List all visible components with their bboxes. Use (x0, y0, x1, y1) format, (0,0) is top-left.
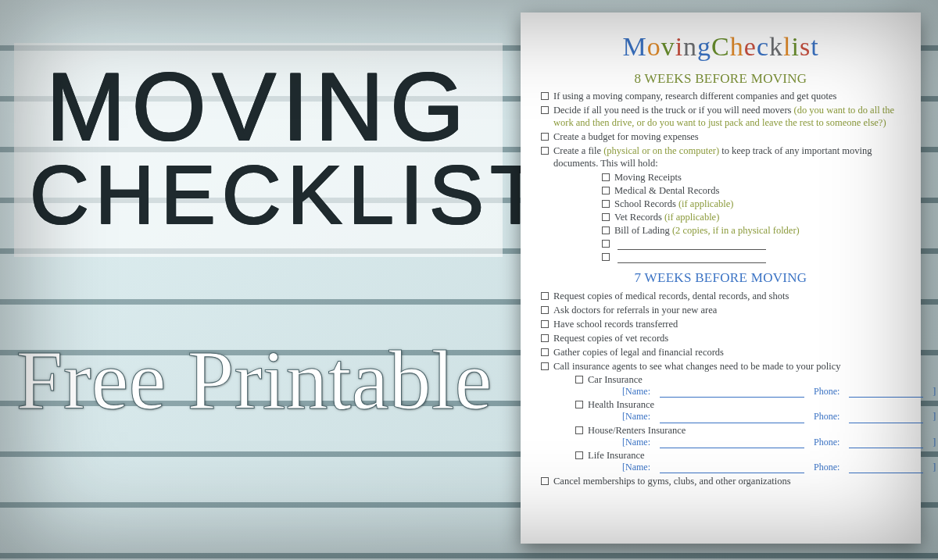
title-letter: n (683, 30, 697, 64)
title-letter: h (730, 30, 744, 64)
title-letter: e (744, 30, 757, 64)
list-item: Request copies of medical records, denta… (541, 290, 902, 302)
sublist: Moving Receipts Medical & Dental Records… (602, 171, 902, 263)
item-text: Decide if all you need is the truck or i… (553, 105, 794, 116)
item-text: Ask doctors for referrals in your new ar… (553, 305, 717, 316)
item-paren: (if applicable) (664, 212, 719, 223)
blank-write-in[interactable] (602, 251, 902, 263)
section-8weeks-list: If using a moving company, research diff… (541, 90, 902, 263)
item-text: Create a budget for moving expenses (553, 131, 699, 142)
close-bracket: ] (933, 437, 936, 448)
item-text: Health Insurance (588, 399, 654, 410)
title-line-1: MOVING (30, 57, 487, 157)
close-bracket: ] (933, 386, 936, 398)
phone-label: Phone: (814, 462, 840, 473)
list-item: Request copies of vet records (541, 332, 902, 344)
list-item: Life Insurance [Name: Phone:] (575, 449, 902, 473)
list-item: Create a budget for moving expenses (541, 130, 902, 143)
title-letter: k (769, 30, 783, 64)
title-letter: t (811, 30, 818, 64)
list-item: Moving Receipts (602, 171, 902, 184)
phone-label: Phone: (814, 437, 840, 448)
name-phone-row: [Name: Phone:] (622, 437, 902, 448)
close-bracket: ] (933, 411, 936, 423)
item-text: Request copies of medical records, denta… (553, 291, 789, 301)
list-item: If using a moving company, research diff… (541, 90, 902, 102)
item-paren: (physical or on the computer) (603, 145, 719, 156)
name-label: [Name: (622, 462, 650, 473)
list-item: Create a file (physical or on the comput… (541, 144, 902, 263)
list-item: Vet Records (if applicable) (602, 211, 902, 223)
list-item: Cancel memberships to gyms, clubs, and o… (541, 475, 902, 487)
item-text: If using a moving company, research diff… (553, 91, 836, 102)
title-letter: g (697, 30, 711, 64)
item-text: Cancel memberships to gyms, clubs, and o… (553, 476, 791, 487)
phone-field[interactable] (849, 465, 923, 473)
item-text: Bill of Lading (614, 225, 672, 236)
title-letter: v (661, 30, 675, 64)
subtitle-wrap: Free Printable (12, 336, 496, 424)
title-line-2: CHECKLIST (30, 152, 487, 238)
list-item: School Records (if applicable) (602, 198, 902, 210)
item-text: Medical & Dental Records (614, 185, 719, 196)
name-field[interactable] (660, 465, 804, 473)
phone-label: Phone: (814, 386, 840, 398)
list-item: Gather copies of legal and financial rec… (541, 346, 902, 358)
name-field[interactable] (660, 440, 804, 448)
name-label: [Name: (622, 386, 650, 398)
item-text: Call insurance agents to see what change… (553, 361, 841, 372)
blank-line[interactable] (618, 262, 766, 263)
title-letter: s (800, 30, 811, 64)
phone-label: Phone: (814, 411, 840, 423)
name-field[interactable] (660, 415, 804, 423)
name-label: [Name: (622, 437, 650, 448)
item-text: Have school records transferred (553, 319, 678, 330)
name-field[interactable] (660, 389, 804, 398)
title-panel: MOVING CHECKLIST (14, 43, 503, 257)
list-item: Decide if all you need is the truck or i… (541, 104, 902, 129)
checklist-sheet: Moving Checklist 8 WEEKS BEFORE MOVING I… (521, 12, 921, 544)
phone-field[interactable] (849, 440, 923, 448)
title-letter: C (711, 30, 730, 64)
title-letter: o (647, 30, 661, 64)
phone-field[interactable] (849, 415, 923, 423)
subtitle-text: Free Printable (12, 336, 496, 424)
name-phone-row: [Name: Phone:] (622, 386, 902, 398)
list-item: Car Insurance [Name: Phone:] (575, 373, 902, 398)
name-label: [Name: (622, 411, 650, 423)
section-8weeks-heading: 8 WEEKS BEFORE MOVING (539, 70, 902, 87)
list-item: Medical & Dental Records (602, 184, 902, 197)
item-text: Gather copies of legal and financial rec… (553, 347, 724, 358)
title-letter: c (757, 30, 769, 64)
item-text: Moving Receipts (614, 172, 682, 183)
list-item: Bill of Lading (2 copies, if in a physic… (602, 224, 902, 237)
phone-field[interactable] (849, 389, 923, 398)
item-paren: (2 copies, if in a physical folder) (672, 225, 800, 236)
item-text: Request copies of vet records (553, 333, 668, 344)
list-item: Have school records transferred (541, 318, 902, 330)
close-bracket: ] (933, 462, 936, 473)
item-text: Vet Records (614, 212, 664, 223)
title-letter: l (783, 30, 791, 64)
insurance-list: Car Insurance [Name: Phone:] Health Insu… (575, 373, 902, 473)
item-text: School Records (614, 198, 678, 209)
list-item: House/Renters Insurance [Name: Phone:] (575, 424, 902, 448)
blank-write-in[interactable] (602, 237, 902, 250)
title-letter: M (622, 30, 646, 64)
title-letter: i (791, 30, 799, 64)
name-phone-row: [Name: Phone:] (622, 411, 902, 423)
sheet-title: Moving Checklist (539, 30, 902, 64)
name-phone-row: [Name: Phone:] (622, 462, 902, 473)
item-paren: (if applicable) (678, 198, 733, 209)
blank-line[interactable] (618, 249, 766, 250)
title-letter: i (675, 30, 683, 64)
section-7weeks-heading: 7 WEEKS BEFORE MOVING (539, 269, 902, 287)
list-item: Ask doctors for referrals in your new ar… (541, 304, 902, 316)
item-text: House/Renters Insurance (588, 425, 686, 436)
item-text: Life Insurance (588, 450, 645, 461)
item-text: Car Insurance (588, 374, 643, 385)
item-text: Create a file (553, 145, 603, 156)
list-item: Health Insurance [Name: Phone:] (575, 398, 902, 423)
list-item: Call insurance agents to see what change… (541, 360, 902, 473)
section-7weeks-list: Request copies of medical records, denta… (541, 290, 902, 487)
